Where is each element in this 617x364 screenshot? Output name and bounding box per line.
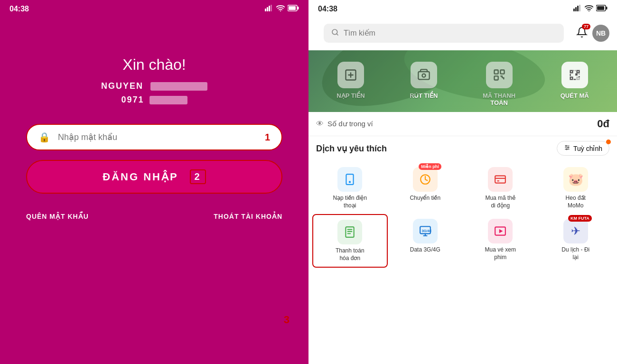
svg-point-18 <box>400 50 550 110</box>
svg-rect-9 <box>575 7 577 11</box>
svg-rect-15 <box>597 6 604 10</box>
thanh-toan-hoa-don-label: Thanh toánhóa đơn <box>336 247 365 262</box>
notification-badge: 77 <box>582 24 590 29</box>
customize-icon <box>564 144 570 152</box>
signal-icon <box>265 5 273 13</box>
forgot-password-link[interactable]: QUÊN MẬT KHẨU <box>26 213 89 220</box>
password-input[interactable] <box>58 132 261 142</box>
svg-point-12 <box>589 10 589 11</box>
svg-rect-10 <box>577 6 579 11</box>
main-panel: 04:38 <box>308 0 617 364</box>
welcome-section: Xin chào! NGUYEN 0971 <box>101 56 207 124</box>
customize-label: Tuỳ chỉnh <box>573 145 602 152</box>
search-bar[interactable] <box>324 24 564 43</box>
balance-section: 👁 Số dư trong ví 0đ <box>308 112 617 136</box>
search-input[interactable] <box>344 29 556 37</box>
svg-point-28 <box>565 145 566 146</box>
search-icon <box>331 28 339 38</box>
password-input-container[interactable]: 🔒 1 <box>26 124 282 150</box>
du-lich-icon: ✈ KM FUTA <box>563 219 588 243</box>
step-2-badge: 2 <box>190 169 206 184</box>
lock-icon: 🔒 <box>38 131 50 143</box>
svg-rect-1 <box>267 7 268 11</box>
status-icons-left <box>265 5 299 13</box>
name-blur <box>150 82 207 91</box>
service-mua-ve-xem-phim[interactable]: Mua vé xemphim <box>463 214 538 268</box>
svg-point-30 <box>566 149 567 149</box>
services-title: Dịch vụ yêu thích <box>316 143 387 154</box>
user-name: NGUYEN <box>101 81 207 91</box>
svg-point-32 <box>349 181 350 182</box>
svg-point-29 <box>568 147 569 148</box>
welcome-title: Xin chào! <box>101 56 207 74</box>
nap-dt-label: Nạp tiền điệnthoại <box>333 195 367 209</box>
svg-point-4 <box>280 10 281 11</box>
heo-dat-label: Heo đấtMoMo <box>566 195 586 209</box>
battery-icon-right <box>596 5 608 13</box>
status-icons-right <box>573 5 608 13</box>
svg-rect-11 <box>579 5 580 11</box>
svg-rect-31 <box>346 174 354 185</box>
balance-label: Số dư trong ví <box>327 120 373 128</box>
svg-rect-6 <box>298 7 299 9</box>
avatar[interactable]: NB <box>592 25 609 42</box>
login-panel: 04:38 <box>0 0 308 364</box>
logout-link[interactable]: THOÁT TÀI KHOẢN <box>214 213 282 220</box>
header-row: 77 NB <box>308 18 617 50</box>
service-nap-dt[interactable]: Nạp tiền điệnthoại <box>312 162 388 214</box>
svg-rect-34 <box>495 176 505 183</box>
svg-rect-0 <box>265 9 266 11</box>
balance-value: 0đ <box>597 118 609 130</box>
mien-phi-badge: Miễn phí <box>419 163 441 170</box>
user-phone: 0971 <box>101 95 207 105</box>
chuyen-tien-label: Chuyển tiền <box>410 195 440 202</box>
nap-dt-icon <box>337 167 362 192</box>
eye-icon[interactable]: 👁 <box>316 120 324 128</box>
time-left: 04:38 <box>9 5 29 13</box>
step-1-badge: 1 <box>265 132 270 143</box>
time-right: 04:38 <box>318 5 337 13</box>
phone-blur <box>150 96 187 104</box>
service-heo-dat[interactable]: 🐷 Heo đấtMoMo <box>538 162 614 214</box>
banner-area: NẠP TIỀN RÚT TIỀN <box>308 50 617 112</box>
wifi-icon <box>276 5 285 13</box>
thanh-toan-icon <box>337 220 362 244</box>
svg-text:3G/4G: 3G/4G <box>421 229 431 233</box>
status-bar-left: 04:38 <box>0 0 308 18</box>
svg-rect-2 <box>269 6 270 11</box>
service-du-lich[interactable]: ✈ KM FUTA Du lịch - Đilại <box>538 214 614 268</box>
svg-rect-8 <box>573 9 575 11</box>
login-button[interactable]: ĐĂNG NHẬP 2 <box>26 160 282 194</box>
svg-rect-3 <box>271 5 272 11</box>
mua-ma-the-label: Mua mã thẻdi động <box>485 195 515 209</box>
km-futa-badge: KM FUTA <box>568 215 592 222</box>
service-chuyen-tien[interactable]: Miễn phí Chuyển tiền <box>388 162 463 214</box>
service-mua-ma-the[interactable]: Mua mã thẻdi động <box>463 162 538 214</box>
chuyen-tien-icon: Miễn phí <box>413 167 438 192</box>
bottom-links: QUÊN MẬT KHẨU THOÁT TÀI KHOẢN <box>26 213 282 220</box>
step-3-badge: 3 <box>284 314 290 326</box>
services-grid: Nạp tiền điệnthoại Miễn phí Chuyển tiền <box>308 159 617 271</box>
data-3g-icon: 3G/4G <box>413 219 438 243</box>
svg-marker-39 <box>499 229 503 233</box>
svg-rect-7 <box>289 6 296 10</box>
service-thanh-toan-hoa-don[interactable]: Thanh toánhóa đơn <box>312 214 388 268</box>
signal-icon-right <box>573 5 582 13</box>
du-lich-label: Du lịch - Đilại <box>561 246 589 261</box>
mua-ve-xem-phim-label: Mua vé xemphim <box>485 246 516 261</box>
balance-label-row: 👁 Số dư trong ví <box>316 120 373 128</box>
mua-ve-icon <box>488 219 513 243</box>
customize-button[interactable]: Tuỳ chỉnh <box>557 141 609 156</box>
wifi-icon-right <box>585 5 593 13</box>
services-header: Dịch vụ yêu thích Tuỳ chỉnh <box>308 136 617 159</box>
mua-ma-the-icon <box>488 167 513 192</box>
status-bar-right: 04:38 <box>308 0 617 18</box>
customize-dot <box>606 140 611 144</box>
notification-button[interactable]: 77 <box>576 27 588 40</box>
heo-dat-icon: 🐷 <box>563 167 588 192</box>
data-3g-label: Data 3G/4G <box>410 246 440 254</box>
battery-icon <box>288 5 299 13</box>
svg-rect-14 <box>606 7 608 9</box>
service-data-3g[interactable]: 3G/4G Data 3G/4G <box>388 214 463 268</box>
